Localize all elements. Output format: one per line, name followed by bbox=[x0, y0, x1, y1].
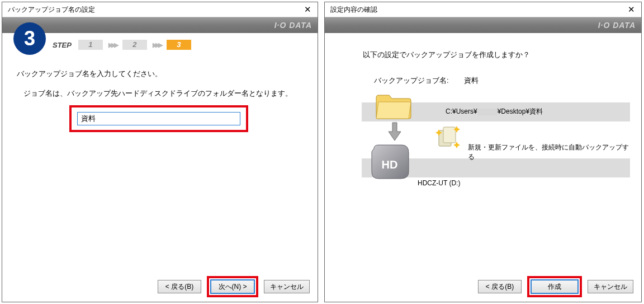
step-1: 1 bbox=[78, 40, 103, 50]
create-button[interactable]: 作成 bbox=[531, 280, 578, 293]
subnote-text: ジョブ名は、バックアップ先ハードディスクドライブのフォルダー名となります。 bbox=[23, 88, 307, 100]
button-row: < 戻る(B) 次へ(N) > キャンセル bbox=[158, 276, 310, 297]
header-band: I·O DATA bbox=[2, 17, 318, 33]
new-files-icon bbox=[434, 125, 461, 149]
step-2: 2 bbox=[122, 40, 147, 50]
job-name-input[interactable] bbox=[77, 112, 240, 125]
svg-text:HD: HD bbox=[382, 158, 398, 171]
folder-icon bbox=[375, 92, 412, 119]
redacted-username bbox=[477, 109, 498, 115]
back-button[interactable]: < 戻る(B) bbox=[158, 280, 201, 293]
dialog-job-name: バックアップジョブ名の設定 ✕ I·O DATA 3 STEP 1 ▶▶▶ 2 … bbox=[2, 2, 318, 302]
job-name-value: 資料 bbox=[464, 76, 479, 85]
brand-logo: I·O DATA bbox=[274, 21, 312, 30]
button-row: < 戻る(B) 作成 キャンセル bbox=[478, 276, 633, 297]
job-name-row: バックアップジョブ名: 資料 bbox=[374, 76, 631, 86]
dialog-title: 設定内容の確認 bbox=[330, 5, 624, 15]
content-area: 以下の設定でバックアップジョブを作成しますか？ バックアップジョブ名: 資料 bbox=[325, 50, 641, 210]
close-icon[interactable]: ✕ bbox=[624, 4, 638, 15]
dialog-confirm: 設定内容の確認 ✕ I·O DATA 以下の設定でバックアップジョブを作成します… bbox=[324, 2, 642, 302]
input-highlight bbox=[69, 105, 248, 132]
step-3: 3 bbox=[167, 40, 191, 50]
cancel-button[interactable]: キャンセル bbox=[588, 280, 633, 293]
content-area: STEP 1 ▶▶▶ 2 ▶▶▶ 3 バックアップジョブ名を入力してください。 … bbox=[2, 33, 318, 132]
create-button-highlight: 作成 bbox=[527, 276, 582, 297]
close-icon[interactable]: ✕ bbox=[301, 4, 314, 15]
step-label: STEP bbox=[53, 41, 72, 49]
job-name-label: バックアップジョブ名: bbox=[374, 76, 449, 85]
summary-visual: HD C:¥Users¥¥Desktop¥資料 新規・更新ファイルを、接続時に自… bbox=[362, 92, 631, 210]
back-button[interactable]: < 戻る(B) bbox=[478, 280, 522, 293]
confirm-text: 以下の設定でバックアップジョブを作成しますか？ bbox=[363, 50, 631, 60]
header-band: I·O DATA bbox=[325, 17, 641, 33]
titlebar: バックアップジョブ名の設定 ✕ bbox=[2, 2, 318, 17]
source-path: C:¥Users¥¥Desktop¥資料 bbox=[446, 107, 543, 116]
arrow-down-icon bbox=[387, 121, 402, 142]
cancel-button[interactable]: キャンセル bbox=[264, 280, 310, 293]
dialog-title: バックアップジョブ名の設定 bbox=[8, 5, 301, 15]
brand-logo: I·O DATA bbox=[598, 21, 636, 30]
titlebar: 設定内容の確認 ✕ bbox=[325, 2, 641, 17]
next-button[interactable]: 次へ(N) > bbox=[211, 280, 254, 293]
next-button-highlight: 次へ(N) > bbox=[207, 276, 258, 297]
hard-drive-icon: HD bbox=[368, 144, 411, 180]
step-indicator: STEP 1 ▶▶▶ 2 ▶▶▶ 3 bbox=[12, 33, 307, 54]
destination-text: HDCZ-UT (D:) bbox=[418, 179, 460, 187]
instruction-text: バックアップジョブ名を入力してください。 bbox=[17, 69, 307, 79]
backup-mode-text: 新規・更新ファイルを、接続時に自動バックアップする bbox=[468, 143, 631, 162]
chevron-right-icon: ▶▶▶ bbox=[108, 41, 117, 49]
chevron-right-icon: ▶▶▶ bbox=[153, 41, 161, 49]
